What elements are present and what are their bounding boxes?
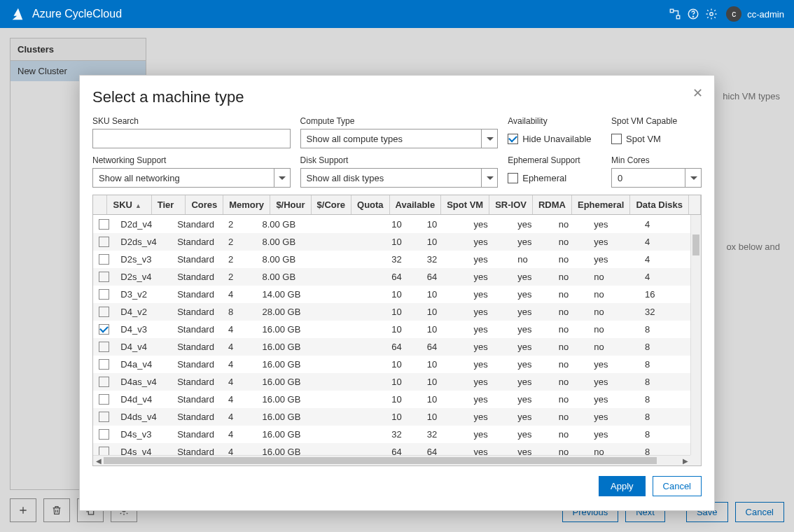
vertical-scrollbar[interactable] [690,215,701,455]
table-row[interactable]: D2s_v3Standard28.00 GB3232yesnonoyes4 [93,251,690,268]
table-row[interactable]: D4_v2Standard828.00 GB1010yesyesnono32 [93,303,690,321]
row-checkbox[interactable] [99,342,109,352]
sku-search-input[interactable] [92,129,291,148]
table-row[interactable]: D4_v3Standard416.00 GB1010yesyesnono8 [93,321,690,338]
col-spotvm[interactable]: Spot VM [441,195,489,215]
disk-select[interactable]: Show all disk types [300,168,499,188]
table-row[interactable]: D4a_v4Standard416.00 GB1010yesyesnoyes8 [93,356,690,373]
row-checkbox[interactable] [99,394,109,405]
help-icon[interactable] [684,8,702,20]
col-hour[interactable]: $/Hour [270,195,311,215]
min-cores-select[interactable]: 0 [611,168,702,188]
table-row[interactable]: D2s_v4Standard28.00 GB6464yesyesnono4 [93,268,690,286]
table-row[interactable]: D2d_v4Standard28.00 GB1010yesyesnoyes4 [93,216,690,233]
row-checkbox[interactable] [99,377,109,387]
spot-vm-checkbox[interactable] [611,134,622,144]
table-row[interactable]: D4ds_v4Standard416.00 GB1010yesyesnoyes8 [93,408,690,426]
product-title: Azure CycleCloud [32,8,122,20]
row-checkbox[interactable] [99,219,109,230]
col-ephemeral[interactable]: Ephemeral [571,195,629,215]
azure-logo-icon [10,6,25,22]
row-checkbox[interactable] [99,237,109,247]
sku-table: SKUTierCoresMemory$/Hour$/CoreQuotaAvail… [92,195,702,466]
spot-vm-label: Spot VM [626,134,661,144]
row-checkbox[interactable] [99,254,109,265]
table-row[interactable]: D4_v4Standard416.00 GB6464yesyesnono8 [93,338,690,356]
col-available[interactable]: Available [389,195,441,215]
username: cc-admin [747,9,784,20]
row-checkbox[interactable] [99,272,109,282]
ephemeral-checkbox[interactable] [508,173,518,183]
col-core[interactable]: $/Core [311,195,351,215]
row-checkbox[interactable] [99,359,109,370]
col-datadisks[interactable]: Data Disks [630,195,688,215]
row-checkbox[interactable] [99,412,109,422]
hide-unavailable-checkbox[interactable] [508,134,518,144]
svg-point-4 [710,13,713,16]
row-checkbox[interactable] [99,429,109,440]
table-row[interactable]: D2ds_v4Standard28.00 GB1010yesyesnoyes4 [93,233,690,251]
availability-label: Availability [508,116,601,126]
col-tier[interactable]: Tier [151,195,186,215]
table-row[interactable]: D4s_v3Standard416.00 GB3232yesyesnoyes8 [93,426,690,443]
networking-label: Networking Support [92,155,291,165]
min-cores-label: Min Cores [611,155,702,165]
row-checkbox[interactable] [99,307,109,317]
networking-select[interactable]: Show all networking [92,168,291,188]
hide-unavailable-label: Hide Unavailable [522,134,591,144]
svg-point-3 [693,16,694,17]
disk-label: Disk Support [300,155,499,165]
col-sku[interactable]: SKU [107,195,151,215]
col-quota[interactable]: Quota [351,195,390,215]
table-row[interactable]: D3_v2Standard414.00 GB1010yesyesnono16 [93,286,690,303]
col-memory[interactable]: Memory [223,195,270,215]
table-row[interactable]: D4s_v4Standard416.00 GB6464yesyesnono8 [93,443,690,455]
svg-rect-0 [671,9,674,13]
apply-button[interactable]: Apply [599,476,646,496]
row-checkbox[interactable] [99,289,109,300]
sku-search-label: SKU Search [92,116,291,126]
select-machine-type-modal: Select a machine type ✕ SKU Search Compu… [79,75,715,511]
spot-capable-label: Spot VM Capable [611,116,702,126]
table-row[interactable]: D4d_v4Standard416.00 GB1010yesyesnoyes8 [93,391,690,408]
compute-type-select[interactable]: Show all compute types [300,129,499,148]
top-bar: Azure CycleCloud c cc-admin [0,0,794,28]
horizontal-scrollbar[interactable]: ◀▶ [93,455,690,465]
compute-type-label: Compute Type [300,116,499,126]
row-checkbox[interactable] [99,324,109,335]
row-checkbox[interactable] [99,447,109,455]
close-icon[interactable]: ✕ [692,85,703,101]
ephemeral-label: Ephemeral [522,173,566,183]
ephemeral-support-label: Ephemeral Support [508,155,601,165]
modal-cancel-button[interactable]: Cancel [653,476,702,496]
table-row[interactable]: D4as_v4Standard416.00 GB1010yesyesnoyes8 [93,373,690,391]
col-rdma[interactable]: RDMA [532,195,571,215]
svg-rect-1 [677,15,681,19]
modal-title: Select a machine type [92,88,702,106]
gear-icon[interactable] [702,8,720,20]
col-sriov[interactable]: SR-IOV [489,195,533,215]
flow-icon[interactable] [666,8,684,20]
col-cores[interactable]: Cores [186,195,223,215]
user-avatar[interactable]: c [726,6,741,22]
